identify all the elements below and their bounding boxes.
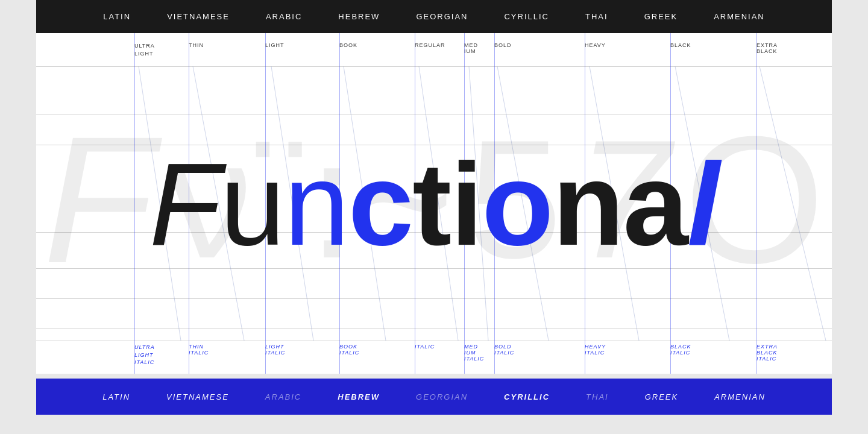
bottom-nav-arabic[interactable]: ARABIC	[265, 392, 301, 401]
weight-heavy-italic: HEAVYITALIC	[585, 344, 670, 366]
bottom-nav-cyrillic[interactable]: CYRILLIC	[504, 392, 550, 401]
weight-book-italic: BOOKITALIC	[339, 344, 415, 366]
weight-labels-top: ULTRALIGHT THIN LIGHT BOOK REGULAR MEDIU…	[36, 42, 832, 57]
page-wrapper: LATIN VIETNAMESE ARABIC HEBREW GEORGIAN …	[0, 0, 868, 434]
bottom-nav-vietnamese[interactable]: VIETNAMESE	[166, 392, 229, 401]
nav-item-hebrew[interactable]: HEBREW	[338, 12, 380, 21]
main-word-display: F u n c t i o n a l	[149, 136, 719, 271]
h-line-desc	[36, 329, 832, 329]
weight-extra-black-italic: EXTRABLACKITALIC	[756, 344, 832, 366]
nav-item-vietnamese[interactable]: VIETNAMESE	[167, 12, 230, 21]
bottom-nav-armenian[interactable]: ARMENIAN	[714, 392, 766, 401]
char-l: l	[687, 136, 719, 271]
h-line-base	[36, 298, 832, 299]
char-t: t	[412, 136, 450, 271]
char-u: u	[220, 136, 284, 271]
h-line-2	[36, 115, 832, 115]
weight-medium-italic: MEDIUMITALIC	[464, 344, 494, 366]
bottom-nav-hebrew[interactable]: HEBREW	[338, 392, 380, 401]
weight-regular: REGULAR	[415, 42, 464, 57]
weight-bold: BOLD	[494, 42, 585, 57]
bottom-nav-greek[interactable]: GREEK	[645, 392, 679, 401]
nav-item-greek[interactable]: GREEK	[644, 12, 678, 21]
weight-thin: THIN	[189, 42, 265, 57]
main-display-area: ULTRALIGHT THIN LIGHT BOOK REGULAR MEDIU…	[36, 33, 832, 374]
bottom-nav-georgian[interactable]: GEORGIAN	[416, 392, 468, 401]
bottom-navigation-bar: LATIN VIETNAMESE ARABIC HEBREW GEORGIAN …	[36, 379, 832, 415]
char-n: n	[284, 136, 348, 271]
char-i: i	[450, 136, 482, 271]
nav-item-georgian[interactable]: GEORGIAN	[416, 12, 468, 21]
weight-medium: MEDIUM	[464, 42, 494, 57]
bottom-nav-latin[interactable]: LATIN	[102, 392, 130, 401]
weight-thin-italic: THINITALIC	[189, 344, 265, 366]
nav-item-cyrillic[interactable]: CYRILLIC	[504, 12, 549, 21]
char-F: F	[149, 136, 220, 271]
char-c: c	[348, 136, 412, 271]
weight-light: LIGHT	[265, 42, 339, 57]
top-navigation-bar: LATIN VIETNAMESE ARABIC HEBREW GEORGIAN …	[36, 0, 832, 33]
weight-black-italic: BLACKITALIC	[670, 344, 756, 366]
char-a: a	[623, 136, 687, 271]
h-line-1	[36, 66, 832, 67]
weight-ultra-light-italic: ULTRALIGHTITALIC	[134, 344, 189, 366]
weight-italic: ITALIC	[415, 344, 464, 366]
weight-book: BOOK	[339, 42, 415, 57]
weight-light-italic: LIGHTITALIC	[265, 344, 339, 366]
weight-labels-bottom: ULTRALIGHTITALIC THINITALIC LIGHTITALIC …	[36, 344, 832, 366]
h-line-5	[36, 341, 832, 341]
weight-ultra-light: ULTRALIGHT	[134, 42, 189, 57]
weight-extra-black: EXTRABLACK	[756, 42, 832, 57]
weight-bold-italic: BOLDITALIC	[494, 344, 585, 366]
char-o: o	[482, 136, 552, 271]
nav-item-latin[interactable]: LATIN	[103, 12, 131, 21]
weight-black: BLACK	[670, 42, 756, 57]
nav-item-arabic[interactable]: ARABIC	[266, 12, 302, 21]
nav-item-thai[interactable]: THAI	[585, 12, 608, 21]
nav-item-armenian[interactable]: ARMENIAN	[714, 12, 765, 21]
weight-heavy: HEAVY	[585, 42, 670, 57]
char-n2: n	[552, 136, 623, 271]
bottom-spacer	[0, 374, 868, 379]
bottom-nav-thai[interactable]: THAI	[586, 392, 609, 401]
